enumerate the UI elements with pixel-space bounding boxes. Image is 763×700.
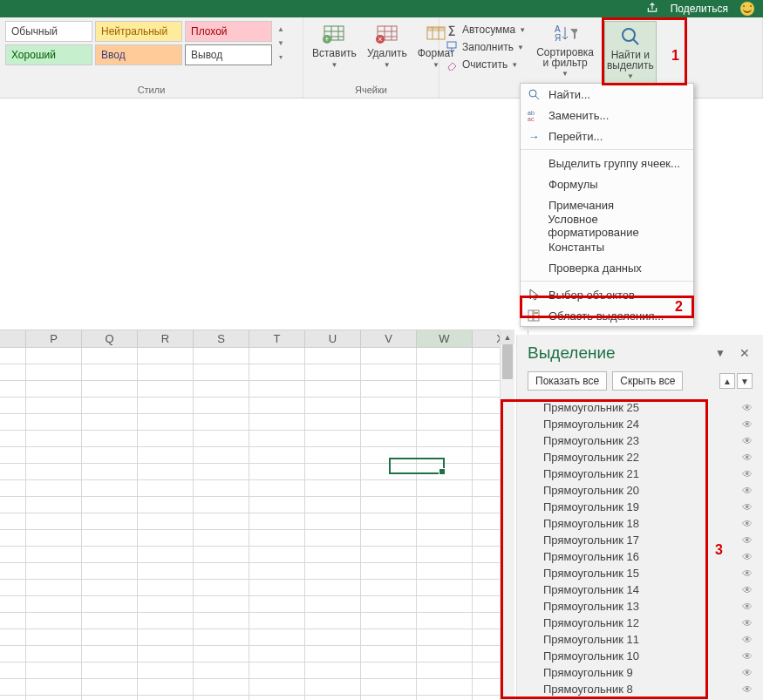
scroll-thumb[interactable]: [502, 344, 513, 379]
visibility-icon[interactable]: 👁: [742, 667, 753, 679]
visibility-icon[interactable]: 👁: [742, 402, 753, 414]
grid-row[interactable]: [0, 679, 500, 696]
find-select-button[interactable]: Найти и выделить ▼: [604, 21, 657, 85]
grid-row[interactable]: [0, 547, 500, 563]
visibility-icon[interactable]: 👁: [742, 534, 753, 547]
shape-list-item[interactable]: Прямоугольник 19👁: [528, 499, 753, 515]
visibility-icon[interactable]: 👁: [742, 634, 753, 646]
menu-select-objects[interactable]: Выбор объектов: [521, 284, 693, 305]
clear-button[interactable]: Очистить ▼: [445, 58, 526, 71]
pane-menu-icon[interactable]: ▼: [712, 346, 728, 360]
shape-list-item[interactable]: Прямоугольник 22👁: [528, 449, 753, 466]
visibility-icon[interactable]: 👁: [742, 683, 753, 696]
menu-find[interactable]: Найти...: [521, 84, 693, 105]
shape-list-item[interactable]: Прямоугольник 18👁: [528, 515, 753, 532]
grid-row[interactable]: [0, 497, 500, 513]
styles-more[interactable]: ▲▼▾: [272, 21, 290, 65]
style-normal[interactable]: Обычный: [5, 21, 92, 42]
visibility-icon[interactable]: 👁: [742, 650, 753, 663]
column-header[interactable]: S: [194, 330, 249, 347]
visibility-icon[interactable]: 👁: [742, 485, 753, 497]
visibility-icon[interactable]: 👁: [742, 468, 753, 480]
annotation-label-1: 1: [671, 48, 679, 64]
column-header[interactable]: P: [26, 330, 82, 347]
worksheet-grid[interactable]: PQRSTUVWX: [0, 330, 500, 700]
menu-constants[interactable]: Константы: [521, 236, 693, 257]
grid-row[interactable]: [0, 414, 500, 431]
menu-goto[interactable]: → Перейти...: [521, 126, 693, 146]
grid-row[interactable]: [0, 398, 500, 414]
visibility-icon[interactable]: 👁: [742, 601, 753, 613]
column-header[interactable]: U: [305, 330, 361, 347]
menu-condfmt[interactable]: Условное форматирование: [521, 215, 693, 236]
feedback-icon[interactable]: [740, 2, 754, 16]
grid-row[interactable]: [0, 663, 500, 679]
visibility-icon[interactable]: 👁: [742, 435, 753, 447]
shape-list-item[interactable]: Прямоугольник 10👁: [528, 648, 753, 664]
shape-list-item[interactable]: Прямоугольник 15👁: [528, 565, 753, 581]
move-up-icon[interactable]: ▲: [719, 373, 735, 389]
grid-row[interactable]: [0, 580, 500, 596]
shape-list-item[interactable]: Прямоугольник 23👁: [528, 432, 753, 449]
style-bad[interactable]: Плохой: [185, 21, 272, 42]
menu-goto-special[interactable]: Выделить группу ячеек...: [521, 153, 693, 173]
grid-row[interactable]: [0, 381, 500, 398]
column-header[interactable]: W: [417, 330, 473, 347]
style-neutral[interactable]: Нейтральный: [95, 21, 182, 42]
grid-row[interactable]: [0, 563, 500, 580]
shape-list-item[interactable]: Прямоугольник 21👁: [528, 466, 753, 482]
visibility-icon[interactable]: 👁: [742, 551, 753, 563]
grid-row[interactable]: [0, 613, 500, 629]
show-all-button[interactable]: Показать все: [528, 371, 607, 391]
shape-list-item[interactable]: Прямоугольник 25👁: [528, 399, 753, 416]
menu-replace[interactable]: abac Заменить...: [521, 105, 693, 126]
menu-validation[interactable]: Проверка данных: [521, 257, 693, 278]
move-down-icon[interactable]: ▼: [737, 373, 753, 389]
grid-row[interactable]: [0, 596, 500, 613]
column-header[interactable]: T: [249, 330, 305, 347]
visibility-icon[interactable]: 👁: [742, 584, 753, 596]
shape-list-item[interactable]: Прямоугольник 12👁: [528, 615, 753, 631]
visibility-icon[interactable]: 👁: [742, 452, 753, 464]
delete-button[interactable]: × Удалить ▼: [364, 21, 411, 71]
visibility-icon[interactable]: 👁: [742, 567, 753, 580]
insert-button[interactable]: + Вставить ▼: [309, 21, 360, 71]
column-header[interactable]: V: [361, 330, 417, 347]
shape-list-item[interactable]: Прямоугольник 11👁: [528, 631, 753, 648]
column-headers[interactable]: PQRSTUVWX: [0, 330, 500, 348]
column-header[interactable]: Q: [82, 330, 138, 347]
close-icon[interactable]: ✕: [737, 345, 753, 361]
fill-button[interactable]: Заполнить ▼: [445, 40, 526, 54]
grid-row[interactable]: [0, 364, 500, 381]
grid-row[interactable]: [0, 646, 500, 663]
sort-filter-button[interactable]: AЯ Сортировка и фильтр ▼: [533, 21, 597, 85]
menu-selection-pane[interactable]: Область выделения...: [521, 305, 693, 326]
visibility-icon[interactable]: 👁: [742, 418, 753, 431]
hide-all-button[interactable]: Скрыть все: [612, 371, 683, 391]
visibility-icon[interactable]: 👁: [742, 617, 753, 629]
shape-list-item[interactable]: Прямоугольник 24👁: [528, 416, 753, 432]
menu-formulas[interactable]: Формулы: [521, 173, 693, 194]
grid-row[interactable]: [0, 696, 500, 700]
shape-list-item[interactable]: Прямоугольник 8👁: [528, 681, 753, 697]
shape-list-item[interactable]: Прямоугольник 13👁: [528, 598, 753, 615]
column-header[interactable]: R: [138, 330, 194, 347]
style-good[interactable]: Хороший: [5, 44, 92, 65]
grid-row[interactable]: [0, 348, 500, 364]
style-output[interactable]: Вывод: [185, 44, 272, 65]
shape-list-item[interactable]: Прямоугольник 9👁: [528, 664, 753, 681]
scroll-up-icon[interactable]: ▲: [501, 330, 514, 344]
shape-list-item[interactable]: Прямоугольник 20👁: [528, 482, 753, 499]
share-label[interactable]: Поделиться: [671, 3, 728, 15]
style-input[interactable]: Ввод: [95, 44, 182, 65]
grid-row[interactable]: [0, 513, 500, 530]
vertical-scrollbar[interactable]: ▲: [500, 330, 514, 700]
autosum-button[interactable]: ∑ Автосумма ▼: [445, 23, 526, 37]
grid-row[interactable]: [0, 629, 500, 646]
shape-list-item[interactable]: Прямоугольник 14👁: [528, 581, 753, 598]
visibility-icon[interactable]: 👁: [742, 501, 753, 513]
grid-row[interactable]: [0, 431, 500, 447]
grid-row[interactable]: [0, 530, 500, 547]
grid-row[interactable]: [0, 480, 500, 497]
visibility-icon[interactable]: 👁: [742, 518, 753, 530]
